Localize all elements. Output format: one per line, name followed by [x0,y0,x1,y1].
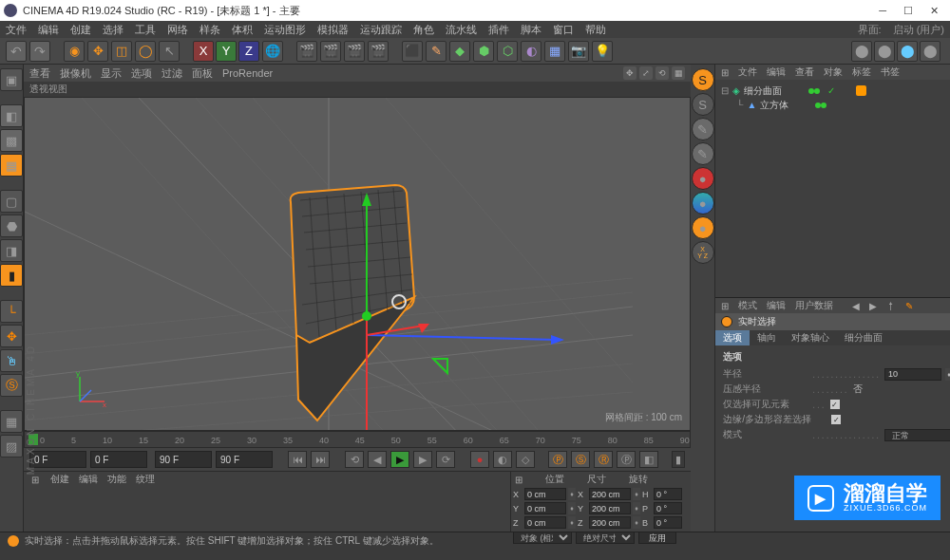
size-x-field[interactable] [589,488,631,500]
frame-start-field[interactable] [29,451,86,468]
vp-menu-options[interactable]: 选项 [131,66,152,81]
snap-poly-button[interactable]: ● [692,216,714,239]
snap-3d-button[interactable]: S [692,93,714,116]
menu-create[interactable]: 创建 [70,23,91,37]
coord-apply-button[interactable]: 应用 [638,532,676,544]
pos-y-field[interactable] [524,502,566,514]
rot-h-field[interactable] [654,488,682,500]
move-gizmo[interactable] [319,183,585,431]
add-environment-button[interactable]: ▦ [544,41,565,62]
coord-system-button[interactable]: 🌐 [262,41,283,62]
palette-btn-1[interactable]: ⬤ [851,41,872,62]
locked-workplane-button[interactable]: ▦ [0,410,23,433]
menu-edit[interactable]: 编辑 [38,23,59,37]
menu-tracking[interactable]: 运动跟踪 [360,23,402,37]
snap-point-button[interactable]: ● [692,167,714,190]
close-button[interactable]: ✕ [930,5,939,17]
minimize-button[interactable]: ─ [879,5,886,17]
frame-end1-field[interactable] [155,451,212,468]
add-light-button[interactable]: 💡 [592,41,613,62]
frame-current-field[interactable] [90,451,147,468]
menu-mograph[interactable]: 运动图形 [264,23,306,37]
obj-menu-view[interactable]: 查看 [795,65,814,79]
autokey-button[interactable]: ◐ [493,451,512,468]
keyframe-sel-button[interactable]: ◇ [516,451,535,468]
play-button[interactable]: ▶ [390,451,409,468]
texture-mode-button[interactable]: ▩ [0,129,23,152]
menu-file[interactable]: 文件 [6,23,27,37]
next-key-button[interactable]: ⟳ [436,451,455,468]
menu-tools[interactable]: 工具 [135,23,156,37]
snap-guide-button[interactable]: ✎ [692,142,714,165]
polygon-mode-button[interactable]: ▮ [0,264,23,287]
attr-mode-select[interactable]: 正常 [884,429,950,441]
attr-radius-field[interactable] [884,368,941,381]
rot-b-field[interactable] [654,516,682,529]
rotate-tool[interactable]: ◯ [135,41,156,62]
vp-nav-zoom-icon[interactable]: ⤢ [639,66,653,80]
redo-button[interactable]: ↷ [29,41,50,62]
add-array-button[interactable]: ⬡ [497,41,518,62]
coord-size-select[interactable]: 绝对尺寸 [576,532,635,544]
attr-menu-edit[interactable]: 编辑 [767,299,786,312]
add-generator-button[interactable]: ◆ [449,41,470,62]
viewport-3d[interactable]: y x 网格间距 : 100 cm [24,97,691,431]
prev-key-button[interactable]: ⟲ [345,451,364,468]
render-settings-button[interactable]: 🎬 [368,41,389,62]
vp-menu-cameras[interactable]: 摄像机 [60,66,91,81]
enable-axis-button[interactable]: ✥ [0,325,23,347]
edge-mode-button[interactable]: ◨ [0,239,23,262]
vp-nav-pan-icon[interactable]: ✥ [623,66,636,80]
marker-button[interactable]: ▮ [672,451,685,468]
palette-btn-3[interactable]: ⬤ [897,41,918,62]
vp-menu-prorender[interactable]: ProRender [222,67,273,79]
menu-simulate[interactable]: 模拟器 [317,23,349,37]
attr-nav-back[interactable]: ◀ [852,301,860,311]
render-pv-button[interactable]: 🎬 [344,41,365,62]
menu-script[interactable]: 脚本 [521,23,542,37]
key-pos-button[interactable]: Ⓟ [548,451,567,468]
palette-btn-4[interactable]: ⬤ [920,41,940,62]
goto-end-button[interactable]: ⏭ [311,451,330,468]
size-y-field[interactable] [589,502,631,514]
menu-volume[interactable]: 体积 [232,23,253,37]
viewport-solo-button[interactable]: 🖱 [0,349,23,372]
goto-start-button[interactable]: ⏮ [288,451,307,468]
vp-menu-display[interactable]: 显示 [101,66,122,81]
add-deformer-button[interactable]: ◐ [521,41,542,62]
pos-z-field[interactable] [524,516,566,529]
menu-pipeline[interactable]: 流水线 [446,23,477,37]
lock-z-button[interactable]: Z [238,41,259,62]
tree-row-subdiv[interactable]: ⊟◈ 细分曲面 ✓ [721,84,950,98]
key-param-button[interactable]: Ⓟ [617,451,636,468]
key-rot-button[interactable]: Ⓡ [594,451,613,468]
vp-nav-layout-icon[interactable]: ▦ [672,66,685,80]
mat-menu-edit[interactable]: 编辑 [79,473,98,486]
subtab-sds[interactable]: 细分曲面 [837,330,890,345]
snap-edge-button[interactable]: ● [692,192,714,215]
mat-menu-create[interactable]: 创建 [50,473,69,486]
menu-select[interactable]: 选择 [103,23,124,37]
menu-spline[interactable]: 样条 [200,23,220,37]
lock-y-button[interactable]: Y [216,41,237,62]
render-view-button[interactable]: 🎬 [296,41,317,62]
phong-tag-icon[interactable] [856,85,866,96]
size-z-field[interactable] [589,516,631,529]
record-button[interactable]: ● [470,451,489,468]
attr-tolerant-checkbox[interactable]: ✓ [831,415,841,424]
menu-window[interactable]: 窗口 [553,23,574,37]
mat-menu-func[interactable]: 功能 [107,473,126,486]
pos-x-field[interactable] [524,488,566,500]
step-fwd-button[interactable]: ▶ [413,451,432,468]
vp-nav-orbit-icon[interactable]: ⟲ [656,66,669,80]
point-mode-button[interactable]: ⬣ [0,215,23,237]
undo-button[interactable]: ↶ [6,41,27,62]
snap-2d-button[interactable]: ✎ [692,118,714,140]
make-editable-button[interactable]: ▣ [0,68,23,91]
add-subdiv-button[interactable]: ⬢ [473,41,494,62]
subtab-options[interactable]: 选项 [715,330,750,345]
lock-x-button[interactable]: X [193,41,214,62]
frame-end2-field[interactable] [216,451,273,468]
vp-menu-filter[interactable]: 过滤 [162,66,182,81]
menu-help[interactable]: 帮助 [585,23,606,37]
